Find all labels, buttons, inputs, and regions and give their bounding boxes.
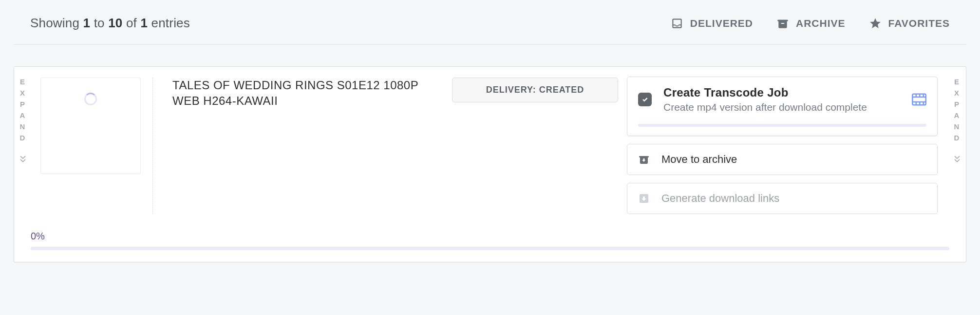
filter-delivered[interactable]: DELIVERED [671, 17, 753, 30]
action-downloads[interactable]: Generate download links [627, 183, 938, 214]
film-icon [912, 93, 926, 106]
star-icon [869, 17, 882, 30]
chevron-double-down-icon [18, 154, 28, 164]
checkbox-checked-icon[interactable] [638, 93, 652, 106]
showing-suffix: entries [148, 16, 190, 30]
showing-to: 10 [108, 16, 122, 30]
action-transcode-title: Create Transcode Job [663, 86, 900, 99]
filter-row: DELIVERED ARCHIVE FAVORITES [671, 17, 950, 30]
filter-favorites-label: FAVORITES [888, 18, 950, 29]
delivery-card: E X P A N D TALES OF WEDDING RINGS S01E1… [14, 66, 966, 262]
showing-to-word: to [90, 16, 108, 30]
filter-archive[interactable]: ARCHIVE [776, 17, 846, 30]
action-archive[interactable]: Move to archive [627, 144, 938, 175]
action-transcode-subtitle: Create mp4 version after download comple… [663, 101, 900, 113]
action-transcode[interactable]: Create Transcode Job Create mp4 version … [627, 77, 938, 136]
item-title: TALES OF WEDDING RINGS S01E12 1080P WEB … [172, 78, 431, 109]
action-archive-label: Move to archive [661, 153, 737, 166]
status-badge: DELIVERY: CREATED [452, 78, 618, 102]
inbox-icon [671, 17, 683, 30]
download-icon [638, 193, 650, 204]
top-bar: Showing 1 to 10 of 1 entries DELIVERED A… [14, 12, 966, 45]
action-transcode-progress [638, 124, 926, 127]
card-footer: 0% [14, 225, 966, 262]
archive-box-icon [638, 154, 650, 165]
chevron-double-down-icon [952, 154, 962, 164]
expand-left[interactable]: E X P A N D [14, 67, 32, 164]
filter-favorites[interactable]: FAVORITES [869, 17, 950, 30]
filter-archive-label: ARCHIVE [796, 18, 846, 29]
progress-percent: 0% [31, 231, 949, 242]
showing-from: 1 [83, 16, 91, 30]
showing-total: 1 [140, 16, 148, 30]
thumbnail [40, 78, 141, 174]
showing-prefix: Showing [30, 16, 83, 30]
expand-right[interactable]: E X P A N D [948, 67, 966, 164]
progress-bar [31, 247, 949, 250]
archive-icon [776, 17, 789, 30]
loading-spinner-icon [84, 93, 97, 105]
filter-delivered-label: DELIVERED [690, 18, 753, 29]
showing-of-word: of [123, 16, 141, 30]
action-downloads-label: Generate download links [661, 192, 779, 205]
actions-panel: Create Transcode Job Create mp4 version … [627, 67, 948, 225]
entries-summary: Showing 1 to 10 of 1 entries [30, 16, 190, 31]
